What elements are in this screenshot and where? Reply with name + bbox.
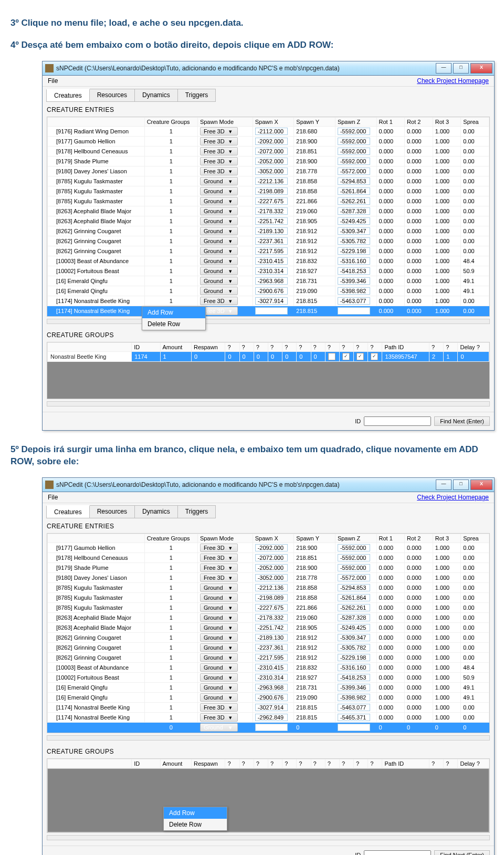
table-row[interactable]: [9177] Gaumob Hellion1Free 3D▾-2092.0002… [48,543,489,553]
checkbox-icon[interactable] [328,353,335,360]
ctx-delete-row[interactable]: Delete Row [142,318,205,330]
tab-creatures[interactable]: Creatures [46,505,90,518]
table-row[interactable]: [8262] Grinning Cougaret1Ground▾-2217.59… [48,653,489,663]
spawn-mode-dropdown[interactable]: Ground▾ [200,683,238,692]
id-input[interactable] [364,416,431,426]
tab-triggers[interactable]: Triggers [177,505,216,518]
h-scrollbar[interactable] [47,401,490,406]
spawn-mode-dropdown[interactable]: Ground▾ [200,257,238,265]
spawn-mode-dropdown[interactable]: Ground▾ [200,277,238,285]
context-menu[interactable]: Add Row Delete Row [163,807,227,831]
table-row[interactable]: [8785] Kugulu Taskmaster1Ground▾-2198.08… [48,593,489,603]
spawn-mode-dropdown[interactable]: Free 3D▾ [200,713,238,722]
table-row[interactable]: [9178] Hellbound Ceneauus1Free 3D▾-2072.… [48,553,489,563]
spawn-mode-dropdown[interactable]: Ground▾ [200,673,238,682]
spawn-mode-dropdown[interactable]: Ground▾ [200,723,238,732]
group-row[interactable]: Nonastral Beetle King 117410 000 000 0 ✓… [48,351,489,361]
spawn-mode-dropdown[interactable]: Ground▾ [200,187,238,195]
table-row[interactable]: [10003] Beast of Abundance1Ground▾-2310.… [48,256,489,266]
spawn-mode-dropdown[interactable]: Ground▾ [200,643,238,652]
tab-dynamics[interactable]: Dynamics [134,89,178,102]
table-row[interactable]: [9178] Hellbound Ceneauus1Free 3D▾-2072.… [48,146,489,156]
spawn-mode-dropdown[interactable]: Free 3D▾ [200,127,238,135]
creature-groups-grid-2[interactable]: ID Amount Respawn ?? ?? ?? ? ?? ?? Path … [47,758,490,833]
spawn-mode-dropdown[interactable]: Ground▾ [200,583,238,592]
h-scrollbar[interactable] [47,835,490,840]
spawn-mode-dropdown[interactable]: Ground▾ [200,603,238,612]
spawn-mode-dropdown[interactable]: Free 3D▾ [200,167,238,175]
spawn-mode-dropdown[interactable]: Ground▾ [200,227,238,235]
titlebar[interactable]: sNPCedit (C:\Users\Leonardo\Desktop\Tuto… [43,61,494,76]
find-next-button[interactable]: Find Next (Enter) [434,850,490,855]
spawn-mode-dropdown[interactable]: Ground▾ [200,217,238,225]
spawn-mode-dropdown[interactable]: Free 3D▾ [200,157,238,165]
table-row[interactable]: [9179] Shade Plume1Free 3D▾-2052.000218.… [48,156,489,166]
table-row[interactable]: [8262] Grinning Cougaret1Ground▾-2189.13… [48,633,489,643]
spawn-mode-dropdown[interactable]: Free 3D▾ [200,544,238,552]
spawn-mode-dropdown[interactable]: Ground▾ [200,593,238,602]
close-button[interactable]: X [470,479,492,490]
titlebar[interactable]: sNPCedit (C:\Users\Leonardo\Desktop\Tuto… [43,478,494,492]
table-row[interactable]: [8262] Grinning Cougaret1Ground▾-2237.36… [48,236,489,246]
table-row[interactable]: 0Ground▾0000000 [48,723,489,733]
tab-dynamics[interactable]: Dynamics [134,505,178,518]
table-row[interactable]: [9176] Radiant Wing Demon1Free 3D▾-2112.… [48,126,489,136]
spawn-mode-dropdown[interactable]: Free 3D▾ [200,703,238,712]
spawn-mode-dropdown[interactable]: Ground▾ [200,207,238,215]
table-row[interactable]: [9180] Davey Jones' Liason1Free 3D▾-3052… [48,166,489,176]
spawn-mode-dropdown[interactable]: Ground▾ [200,663,238,672]
table-row[interactable]: [8785] Kugulu Taskmaster1Ground▾-2212.13… [48,176,489,186]
minimize-button[interactable]: — [436,63,452,74]
ctx-delete-row[interactable]: Delete Row [164,819,227,830]
tab-resources[interactable]: Resources [89,89,135,102]
table-row[interactable]: [16] Emerald Qingfu1Ground▾-2900.676219.… [48,286,489,296]
table-row[interactable]: [10003] Beast of Abundance1Ground▾-2310.… [48,663,489,673]
spawn-mode-dropdown[interactable]: Free 3D▾ [200,297,238,305]
table-row[interactable]: [1174] Nonastral Beetle King1Free 3D▾-30… [48,703,489,713]
table-row[interactable]: [8785] Kugulu Taskmaster1Ground▾-2198.08… [48,186,489,196]
spawn-mode-dropdown[interactable]: Ground▾ [200,287,238,295]
checkbox-icon[interactable]: ✓ [342,353,350,360]
spawn-mode-dropdown[interactable]: Ground▾ [200,653,238,662]
h-scrollbar[interactable] [47,319,490,324]
table-row[interactable]: [8263] Acephalid Blade Major1Ground▾-217… [48,206,489,216]
table-row[interactable]: [16] Emerald Qingfu1Ground▾-2963.968218.… [48,276,489,286]
ctx-add-row[interactable]: Add Row [164,807,227,819]
spawn-mode-dropdown[interactable]: Ground▾ [200,177,238,185]
table-row[interactable]: [16] Emerald Qingfu1Ground▾-2900.676219.… [48,693,489,703]
tab-resources[interactable]: Resources [89,505,135,518]
table-row[interactable]: [8263] Acephalid Blade Major1Ground▾-225… [48,216,489,226]
h-scrollbar[interactable] [47,735,490,741]
ctx-add-row[interactable]: Add Row [142,307,205,318]
table-row[interactable]: [8785] Kugulu Taskmaster1Ground▾-2227.67… [48,196,489,206]
creature-groups-grid-1[interactable]: ID Amount Respawn ?? ?? ?? ? ?? ?? Path … [47,342,490,399]
creature-entries-grid-1[interactable]: Creature GroupsSpawn Mode Spawn XSpawn Y… [47,117,490,317]
find-next-button[interactable]: Find Next (Enter) [434,416,490,426]
menu-file[interactable]: File [48,77,58,85]
context-menu[interactable]: Add Row Delete Row [142,306,206,330]
maximize-button[interactable]: □ [453,479,469,490]
table-row[interactable]: [9180] Davey Jones' Liason1Free 3D▾-3052… [48,573,489,583]
table-row[interactable]: [8263] Acephalid Blade Major1Ground▾-225… [48,623,489,633]
maximize-button[interactable]: □ [453,63,469,74]
spawn-mode-dropdown[interactable]: Ground▾ [200,633,238,642]
creature-entries-grid-2[interactable]: Creature GroupsSpawn Mode Spawn XSpawn Y… [47,533,490,733]
spawn-mode-dropdown[interactable]: Free 3D▾ [200,147,238,155]
table-row[interactable]: [10002] Fortuitous Beast1Ground▾-2310.31… [48,266,489,276]
spawn-mode-dropdown[interactable]: Ground▾ [200,623,238,632]
table-row[interactable]: [8785] Kugulu Taskmaster1Ground▾-2212.13… [48,583,489,593]
table-row[interactable]: [10002] Fortuitous Beast1Ground▾-2310.31… [48,673,489,683]
table-row[interactable]: [16] Emerald Qingfu1Ground▾-2963.968218.… [48,683,489,693]
table-row[interactable]: [8262] Grinning Cougaret1Ground▾-2189.13… [48,226,489,236]
table-row[interactable]: [1174] Nonastral Beetle King1Free 3D▾-30… [48,296,489,306]
spawn-mode-dropdown[interactable]: Ground▾ [200,247,238,255]
table-row[interactable]: [8785] Kugulu Taskmaster1Ground▾-2227.67… [48,603,489,613]
table-row[interactable]: [8262] Grinning Cougaret1Ground▾-2217.59… [48,246,489,256]
id-input[interactable] [364,850,431,855]
table-row[interactable]: [8263] Acephalid Blade Major1Ground▾-217… [48,613,489,623]
table-row[interactable]: [1174] Nonastral Beetle King1Free 3D▾-29… [48,306,489,316]
spawn-mode-dropdown[interactable]: Ground▾ [200,267,238,275]
spawn-mode-dropdown[interactable]: Free 3D▾ [200,564,238,572]
spawn-mode-dropdown[interactable]: Ground▾ [200,613,238,622]
close-button[interactable]: X [470,63,492,74]
